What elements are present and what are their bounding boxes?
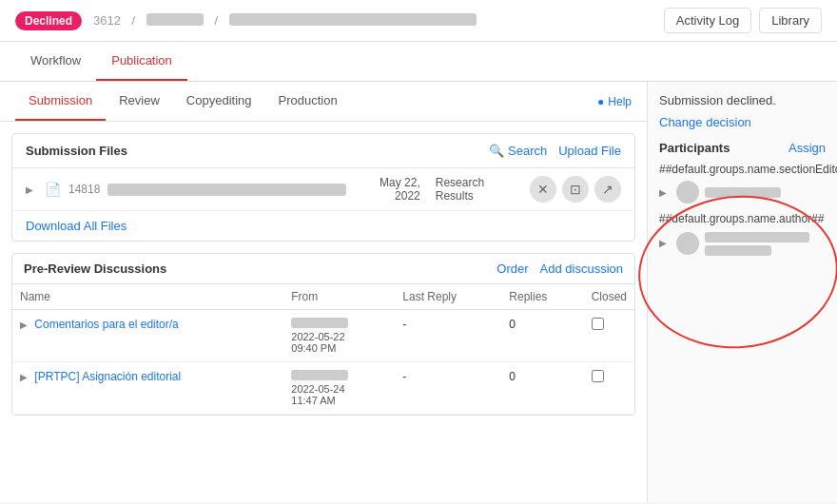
file-action-btn-3[interactable]: ↗ — [594, 176, 621, 203]
disc-last-reply-2: - — [395, 362, 501, 415]
help-button[interactable]: ● Help — [597, 95, 632, 108]
section-editor-expand[interactable]: ▶ — [659, 187, 667, 198]
help-icon: ● — [597, 95, 604, 108]
breadcrumb-part1 — [146, 13, 204, 26]
section-editor-item: ▶ — [659, 178, 826, 206]
file-id: 14818 — [68, 183, 100, 196]
library-button[interactable]: Library — [759, 8, 822, 33]
disc-from-avatar-1 — [291, 318, 348, 328]
content-area: Submission Review Copyediting Production… — [0, 82, 837, 502]
author-expand[interactable]: ▶ — [659, 238, 667, 248]
file-type: Research Results — [436, 176, 522, 203]
download-all-link[interactable]: Download All Files — [26, 219, 621, 233]
section-editor-avatar — [676, 181, 699, 204]
pre-review-actions: Order Add discussion — [496, 262, 623, 276]
author-name-line1 — [705, 232, 809, 242]
breadcrumb-part2 — [229, 13, 477, 26]
assign-link[interactable]: Assign — [788, 141, 826, 155]
participants-header: Participants Assign — [659, 141, 826, 155]
top-bar-left: Declined 3612 / / — [15, 11, 480, 30]
submission-files-header: Submission Files 🔍 Search Upload File — [12, 134, 634, 168]
disc-closed-checkbox-2[interactable] — [592, 370, 604, 382]
file-actions: ✕ ⊡ ↗ — [530, 176, 621, 203]
top-bar-right: Activity Log Library — [664, 8, 822, 33]
disc-expand-2[interactable]: ▶ — [20, 372, 28, 382]
file-action-btn-1[interactable]: ✕ — [530, 176, 556, 203]
disc-last-reply-1: - — [395, 310, 501, 362]
sub-tabs-left: Submission Review Copyediting Production — [15, 82, 351, 121]
file-icon: 📄 — [45, 182, 61, 197]
file-name-blurred — [107, 184, 345, 196]
tab-publication[interactable]: Publication — [96, 42, 187, 81]
disc-link-1[interactable]: Comentarios para el editor/a — [34, 318, 178, 331]
disc-expand-1[interactable]: ▶ — [20, 320, 28, 330]
add-discussion-link[interactable]: Add discussion — [540, 262, 623, 276]
upload-file-link[interactable]: Upload File — [558, 144, 621, 158]
pre-review-section: Pre-Review Discussions Order Add discuss… — [11, 253, 635, 416]
change-decision-link[interactable]: Change decision — [659, 115, 751, 129]
file-action-btn-2[interactable]: ⊡ — [562, 176, 589, 203]
author-label: ##default.groups.name.author## — [659, 212, 826, 225]
file-date: May 22, 2022 — [354, 176, 420, 203]
submission-status: Submission declined. — [659, 93, 826, 107]
activity-log-button[interactable]: Activity Log — [664, 8, 751, 33]
disc-link-2[interactable]: [PRTPC] Asignación editorial — [34, 370, 181, 383]
disc-closed-checkbox-1[interactable] — [592, 318, 604, 330]
file-row: ▶ 📄 14818 May 22, 2022 Research Results … — [12, 168, 634, 211]
breadcrumb: 3612 / / — [89, 13, 480, 28]
search-icon: 🔍 — [489, 144, 504, 158]
sub-tab-submission[interactable]: Submission — [15, 82, 106, 121]
disc-replies-2: 0 — [501, 362, 583, 415]
submission-files-section: Submission Files 🔍 Search Upload File ▶ … — [11, 133, 635, 242]
sub-tab-copyediting[interactable]: Copyediting — [173, 82, 265, 121]
author-name-line2 — [705, 245, 771, 256]
section-editor-name — [705, 187, 781, 198]
tab-workflow[interactable]: Workflow — [15, 42, 96, 81]
sub-tabs: Submission Review Copyediting Production… — [0, 82, 647, 122]
main-tabs: Workflow Publication — [0, 42, 837, 82]
disc-name-1: ▶ Comentarios para el editor/a — [12, 310, 283, 362]
col-last-reply: Last Reply — [395, 284, 501, 310]
right-sidebar: Submission declined. Change decision Par… — [647, 82, 837, 502]
pre-review-title: Pre-Review Discussions — [24, 262, 166, 276]
discussion-row-1: ▶ Comentarios para el editor/a 2022-05-2… — [12, 310, 634, 362]
disc-from-1: 2022-05-22 09:40 PM — [283, 310, 395, 362]
sub-tab-review[interactable]: Review — [106, 82, 173, 121]
search-link[interactable]: 🔍 Search — [489, 144, 547, 158]
pre-review-header: Pre-Review Discussions Order Add discuss… — [12, 254, 634, 284]
col-closed: Closed — [584, 284, 634, 310]
disc-name-2: ▶ [PRTPC] Asignación editorial — [12, 362, 283, 415]
left-panel: Submission Review Copyediting Production… — [0, 82, 647, 502]
order-link[interactable]: Order — [496, 262, 528, 276]
disc-from-2: 2022-05-24 11:47 AM — [283, 362, 395, 415]
disc-closed-1 — [584, 310, 634, 362]
sub-tab-production[interactable]: Production — [264, 82, 350, 121]
top-bar: Declined 3612 / / Activity Log Library — [0, 0, 837, 42]
col-replies: Replies — [501, 284, 583, 310]
discussion-row-2: ▶ [PRTPC] Asignación editorial 2022-05-2… — [12, 362, 634, 415]
submission-files-title: Submission Files — [26, 144, 127, 158]
col-name: Name — [12, 284, 283, 310]
submission-files-actions: 🔍 Search Upload File — [489, 144, 621, 158]
section-editor-label: ##default.groups.name.sectionEditor## — [659, 163, 826, 176]
status-badge: Declined — [15, 11, 82, 30]
author-avatar — [676, 232, 699, 255]
participants-title: Participants — [659, 141, 730, 155]
discussions-table: Name From Last Reply Replies Closed ▶ Co… — [12, 284, 634, 415]
download-all-area: Download All Files — [12, 211, 634, 241]
disc-closed-2 — [584, 362, 634, 415]
disc-from-avatar-2 — [291, 370, 348, 380]
col-from: From — [283, 284, 395, 310]
author-name-block — [705, 230, 809, 256]
disc-replies-1: 0 — [501, 310, 583, 362]
author-item: ▶ — [659, 227, 826, 259]
expand-arrow[interactable]: ▶ — [26, 184, 33, 195]
